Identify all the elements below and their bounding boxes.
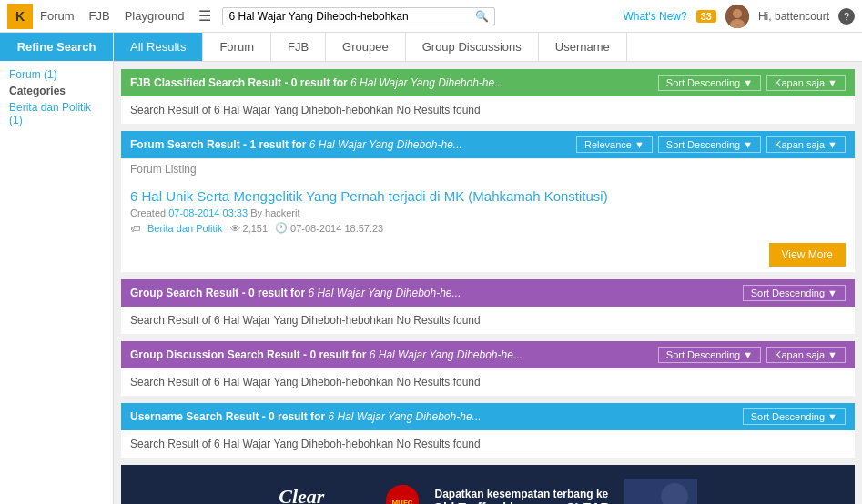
forum-query-italic: 6 Hal Wajar Yang Diheboh-he...	[309, 138, 462, 151]
svg-point-1	[733, 9, 742, 18]
forum-header-title: Forum Search Result - 1 result for 6 Hal…	[130, 138, 462, 151]
svg-text:MUFC: MUFC	[391, 499, 412, 504]
group-discussion-time-label: Kapan saja	[775, 349, 825, 360]
username-sort-label: Sort Descending	[751, 411, 825, 422]
group-count-text: - 0 result for	[242, 287, 305, 299]
group-discussion-result-body: Search Result of 6 Hal Wajar Yang Dihebo…	[121, 368, 855, 396]
search-icon[interactable]: 🔍	[475, 10, 489, 23]
username-sort-button[interactable]: Sort Descending ▼	[743, 408, 846, 425]
last-date-value: 07-08-2014 18:57:23	[290, 223, 383, 234]
username-sort-chevron: ▼	[827, 411, 837, 422]
group-discussion-result-block: Group Discussion Search Result - 0 resul…	[121, 341, 855, 396]
group-header-title: Group Search Result - 0 result for 6 Hal…	[130, 287, 461, 299]
avatar[interactable]	[725, 5, 749, 28]
ad-mu-logo: MUFC	[386, 485, 419, 504]
username-header-label: Username Search Result	[130, 410, 259, 423]
nav-forum[interactable]: Forum	[40, 9, 75, 23]
fjb-sort-chevron: ▼	[743, 77, 753, 88]
forum-sort-button[interactable]: Sort Descending ▼	[658, 136, 761, 153]
group-discussion-time-button[interactable]: Kapan saja ▼	[766, 347, 846, 363]
help-icon[interactable]: ?	[838, 8, 855, 25]
tab-forum[interactable]: Forum	[203, 33, 271, 61]
group-discussion-sort-button[interactable]: Sort Descending ▼	[658, 347, 761, 363]
ad-banner: Clear INDONESIA BISA MUFC Dapatkan kesem…	[121, 465, 855, 504]
clock-icon: 🕐	[275, 222, 288, 234]
group-discussion-result-header: Group Discussion Search Result - 0 resul…	[121, 341, 855, 368]
menu-icon[interactable]: ☰	[198, 7, 211, 25]
fjb-result-header: FJB Classified Search Result - 0 result …	[121, 69, 855, 96]
views-count: 2,151	[243, 223, 269, 234]
logo-icon: K	[15, 9, 25, 24]
ad-content: Clear INDONESIA BISA MUFC Dapatkan kesem…	[279, 479, 696, 504]
group-discussion-sort-label: Sort Descending	[666, 349, 740, 360]
forum-post: 6 Hal Unik Serta Menggelitik Yang Pernah…	[121, 179, 855, 237]
tab-group-discussions[interactable]: Group Discussions	[406, 33, 539, 61]
sidebar-section: Forum (1) Categories Berita dan Politik …	[0, 61, 113, 134]
view-more-button[interactable]: View More	[769, 243, 846, 267]
forum-header-label: Forum Search Result	[130, 138, 240, 151]
username-body-text: Search Result of 6 Hal Wajar Yang Dihebo…	[130, 438, 481, 450]
nav-right: What's New? 33 Hi, battencourt ?	[623, 5, 855, 28]
notification-badge[interactable]: 33	[696, 10, 716, 23]
refine-search-button[interactable]: Refine Search	[0, 33, 113, 61]
forum-listing-label: Forum Listing	[121, 158, 855, 179]
forum-post-last-date: 🕐 07-08-2014 18:57:23	[275, 222, 383, 234]
username-result-header: Username Search Result - 0 result for 6 …	[121, 403, 855, 430]
group-body-text: Search Result of 6 Hal Wajar Yang Dihebo…	[130, 314, 481, 327]
tab-username[interactable]: Username	[539, 33, 627, 61]
search-input[interactable]	[228, 10, 475, 23]
tab-all-results[interactable]: All Results	[114, 33, 203, 61]
group-sort-label: Sort Descending	[751, 287, 825, 298]
group-discussion-header-right: Sort Descending ▼ Kapan saja ▼	[658, 347, 846, 363]
main-content: All Results Forum FJB Groupee Group Disc…	[114, 33, 862, 504]
tab-fjb[interactable]: FJB	[271, 33, 326, 61]
forum-time-label: Kapan saja	[775, 139, 825, 150]
group-query-italic: 6 Hal Wajar Yang Diheboh-he...	[308, 287, 461, 299]
fjb-body-text: Search Result of 6 Hal Wajar Yang Dihebo…	[130, 104, 481, 116]
fjb-time-chevron: ▼	[827, 77, 837, 88]
ad-text-line2: Old Trafford bersama CLEAR	[433, 500, 610, 504]
forum-time-chevron: ▼	[827, 139, 837, 150]
whats-new-link[interactable]: What's New?	[623, 10, 686, 23]
username-result-block: Username Search Result - 0 result for 6 …	[121, 403, 855, 458]
group-header-label: Group Search Result	[130, 287, 238, 299]
sidebar-categories-label: Categories	[9, 85, 104, 97]
forum-post-title[interactable]: 6 Hal Unik Serta Menggelitik Yang Pernah…	[130, 188, 846, 204]
group-result-header: Group Search Result - 0 result for 6 Hal…	[121, 279, 855, 307]
forum-created-text: Created	[130, 207, 166, 218]
forum-relevance-chevron: ▼	[634, 139, 644, 150]
fjb-count-text: - 0 result for	[284, 76, 347, 89]
forum-time-button[interactable]: Kapan saja ▼	[766, 136, 846, 153]
forum-post-category[interactable]: Berita dan Politik	[147, 223, 223, 234]
tab-groupee[interactable]: Groupee	[326, 33, 406, 61]
sidebar-category-berita[interactable]: Berita dan Politik (1)	[9, 101, 104, 126]
username-header-title: Username Search Result - 0 result for 6 …	[130, 410, 482, 423]
main-layout: Refine Search Forum (1) Categories Berit…	[0, 33, 862, 504]
tabs-bar: All Results Forum FJB Groupee Group Disc…	[114, 33, 862, 62]
ad-brand-name: Clear INDONESIA BISA	[279, 485, 371, 504]
tag-icon: 🏷	[130, 223, 140, 234]
group-discussion-sort-chevron: ▼	[743, 349, 753, 360]
username-header-right: Sort Descending ▼	[743, 408, 846, 425]
forum-relevance-button[interactable]: Relevance ▼	[576, 136, 653, 153]
forum-header-right: Relevance ▼ Sort Descending ▼ Kapan saja…	[576, 136, 846, 153]
forum-count-text: - 1 result for	[243, 138, 306, 151]
group-header-right: Sort Descending ▼	[743, 285, 846, 301]
ad-image: player	[624, 479, 697, 504]
group-sort-button[interactable]: Sort Descending ▼	[743, 285, 846, 301]
username-query-italic: 6 Hal Wajar Yang Diheboh-he...	[328, 410, 481, 423]
ad-text: Dapatkan kesempatan terbang ke Old Traff…	[433, 488, 610, 504]
forum-created-date: 07-08-2014 03:33	[168, 207, 248, 218]
group-discussion-header-title: Group Discussion Search Result - 0 resul…	[130, 348, 522, 361]
fjb-time-button[interactable]: Kapan saja ▼	[766, 75, 846, 91]
forum-sort-label: Sort Descending	[666, 139, 740, 150]
ad-text-line1: Dapatkan kesempatan terbang ke	[433, 488, 610, 500]
forum-result-header: Forum Search Result - 1 result for 6 Hal…	[121, 131, 855, 158]
nav-fjb[interactable]: FJB	[89, 9, 110, 23]
nav-playground[interactable]: Playground	[125, 9, 185, 23]
fjb-sort-button[interactable]: Sort Descending ▼	[658, 75, 761, 91]
logo-button[interactable]: K	[7, 4, 33, 29]
username-result-body: Search Result of 6 Hal Wajar Yang Dihebo…	[121, 430, 855, 458]
sidebar-item-forum[interactable]: Forum (1)	[9, 68, 104, 81]
username-count-text: - 0 result for	[262, 410, 325, 423]
